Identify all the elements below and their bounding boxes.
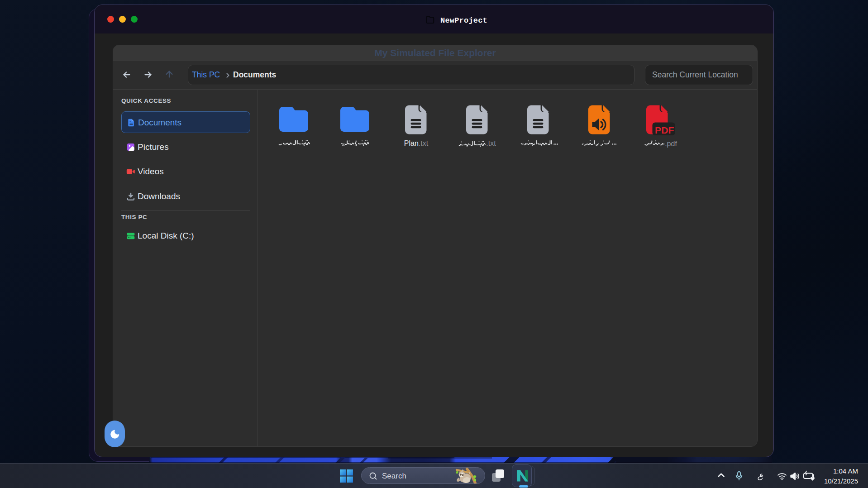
svg-text:PDF: PDF [655,125,674,135]
